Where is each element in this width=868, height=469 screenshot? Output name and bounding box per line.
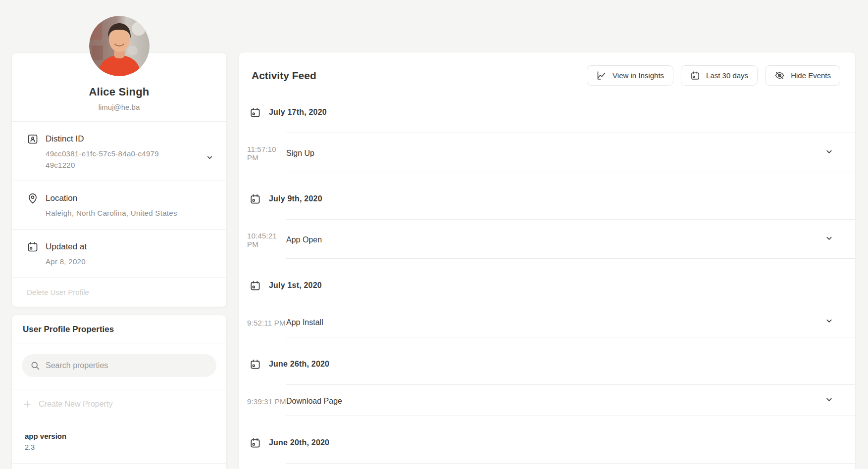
divider (286, 258, 855, 259)
field-updated-at: Updated at Apr 8, 2020 (12, 230, 226, 278)
field-value: 49cc0381-e1fc-57c5-84a0-c497949c1220 (46, 148, 160, 171)
event-row[interactable]: 11:57:10 PM Sign Up (239, 133, 855, 172)
day-date: July 1st, 2020 (269, 281, 322, 290)
divider (12, 343, 226, 343)
event-row[interactable]: 9:39:31 PM Download Page (239, 385, 855, 416)
calendar-icon (250, 437, 261, 449)
button-label: Hide Events (791, 71, 831, 80)
line-chart-icon (596, 70, 607, 81)
divider (286, 172, 855, 172)
create-new-property-button[interactable]: Create New Property (12, 389, 226, 419)
activity-header-buttons: View in Insights Last 30 days (587, 65, 840, 86)
search-properties (22, 354, 216, 377)
avatar (89, 16, 150, 76)
event-time: 9:39:31 PM (247, 397, 286, 406)
activity-feed-list: July 17th, 2020 11:57:10 PM Sign Up (239, 106, 855, 464)
field-label: Distinct ID (46, 134, 84, 144)
field-value: Raleigh, North Carolina, United States (46, 208, 211, 219)
calendar-icon (250, 359, 261, 370)
calendar-icon (250, 280, 261, 291)
day-date: June 20th, 2020 (269, 438, 329, 447)
create-new-property-label: Create New Property (39, 400, 112, 409)
search-icon (30, 361, 40, 373)
day-date: July 9th, 2020 (269, 194, 322, 203)
id-badge-icon (27, 133, 39, 145)
event-name: Sign Up (286, 149, 314, 158)
chevron-down-icon[interactable] (825, 317, 833, 327)
event-name: Download Page (286, 397, 342, 406)
chevron-down-icon[interactable] (825, 234, 833, 244)
button-label: View in Insights (613, 71, 664, 80)
event-row[interactable]: 10:45:21 PM App Open (239, 220, 855, 258)
chevron-down-icon[interactable] (825, 395, 833, 406)
date-range-button[interactable]: Last 30 days (681, 65, 758, 86)
user-profile-card: Alice Singh limuj@he.ba Distinct ID 49cc… (11, 52, 227, 307)
calendar-icon (27, 241, 39, 253)
profile-email: limuj@he.ba (22, 103, 216, 111)
feed-day-group: July 9th, 2020 10:45:21 PM App Open (239, 193, 855, 259)
day-date: June 26th, 2020 (269, 360, 329, 369)
field-distinct-id: Distinct ID 49cc0381-e1fc-57c5-84a0-c497… (12, 122, 226, 181)
calendar-icon (250, 193, 261, 205)
field-location: Location Raleigh, North Carolina, United… (12, 181, 226, 229)
day-date: July 17th, 2020 (269, 108, 327, 117)
delete-user-profile-button[interactable]: Delete User Profile (12, 278, 226, 307)
activity-feed-card: Activity Feed View in Insights (238, 52, 856, 469)
property-list-item[interactable]: app version 2.3 (12, 419, 226, 463)
feed-day-group: July 1st, 2020 9:52:11 PM App Install (239, 280, 855, 337)
calendar-icon (250, 107, 261, 118)
calendar-icon (690, 71, 700, 81)
property-value: 2.3 (25, 443, 213, 451)
eye-off-icon (774, 70, 785, 81)
chevron-down-icon[interactable] (206, 154, 213, 163)
event-row[interactable]: 9:52:11 PM App Install (239, 306, 855, 337)
divider (286, 463, 855, 464)
property-name: app version (25, 432, 213, 440)
field-label: Updated at (46, 242, 87, 252)
hide-events-button[interactable]: Hide Events (765, 65, 840, 86)
user-profile-properties-card: User Profile Properties Create New Prope… (11, 315, 227, 469)
divider (286, 416, 855, 416)
event-name: App Open (286, 235, 322, 244)
event-time: 9:52:11 PM (247, 319, 286, 327)
divider (12, 463, 226, 464)
event-time: 11:57:10 PM (247, 145, 286, 162)
chevron-down-icon[interactable] (825, 147, 833, 158)
feed-day-group: June 20th, 2020 (239, 437, 855, 464)
activity-feed-title: Activity Feed (252, 69, 316, 83)
field-value: Apr 8, 2020 (46, 256, 211, 268)
avatar-illustration (89, 16, 150, 76)
event-name: App Install (286, 318, 323, 327)
plus-icon (23, 400, 32, 409)
button-label: Last 30 days (706, 71, 748, 80)
properties-panel-title: User Profile Properties (12, 315, 226, 343)
event-time: 10:45:21 PM (247, 232, 286, 248)
view-in-insights-button[interactable]: View in Insights (587, 65, 673, 86)
feed-day-group: June 26th, 2020 9:39:31 PM Download Page (239, 358, 855, 416)
feed-day-group: July 17th, 2020 11:57:10 PM Sign Up (239, 106, 855, 172)
profile-name: Alice Singh (22, 86, 216, 98)
search-properties-input[interactable] (22, 354, 216, 377)
divider (286, 337, 855, 337)
location-pin-icon (27, 192, 39, 204)
field-label: Location (46, 193, 77, 203)
